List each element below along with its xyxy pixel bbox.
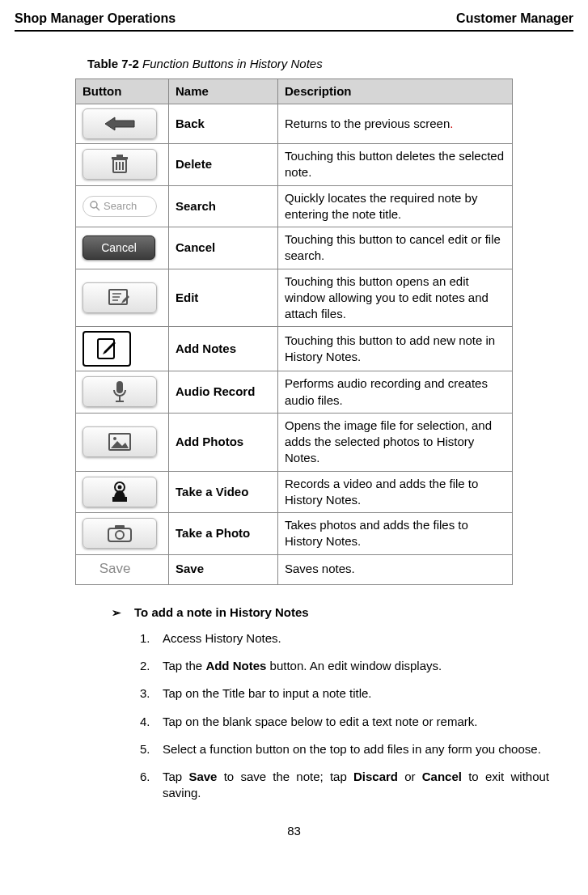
svg-point-17 — [113, 437, 116, 440]
table-row: Edit Touching this button opens an edit … — [76, 269, 513, 327]
header-rule — [15, 30, 573, 32]
audio-record-icon — [82, 376, 157, 407]
row-desc: Touching this button to add new note in … — [278, 327, 513, 371]
col-button: Button — [76, 78, 169, 104]
list-item: Tap the Add Notes button. An edit window… — [140, 658, 549, 674]
edit-icon — [82, 282, 157, 313]
row-desc: Opens the image file for selection, and … — [278, 413, 513, 471]
table-row: Add Photos Opens the image file for sele… — [76, 413, 513, 471]
table-row: Save Save Saves notes. — [76, 554, 513, 584]
table-caption: Table 7-2 Function Buttons in History No… — [87, 56, 573, 72]
table-row: Add Notes Touching this button to add ne… — [76, 327, 513, 371]
table-number: Table 7-2 — [87, 57, 139, 70]
row-desc: Touching this button to cancel edit or f… — [278, 227, 513, 269]
list-item: Access History Notes. — [140, 630, 549, 647]
svg-rect-13 — [116, 381, 123, 393]
row-desc: Records a video and adds the file to His… — [278, 471, 513, 513]
row-name: Cancel — [169, 227, 278, 269]
row-name: Take a Video — [169, 471, 278, 513]
add-notes-icon — [82, 331, 131, 367]
procedure-steps: Access History Notes. Tap the Add Notes … — [140, 630, 549, 802]
row-name: Take a Photo — [169, 513, 278, 555]
search-icon: Search — [82, 196, 157, 217]
svg-point-6 — [91, 201, 97, 208]
row-name: Delete — [169, 144, 278, 186]
table-row: Take a Photo Takes photos and adds the f… — [76, 513, 513, 555]
chevron-right-icon: ➢ — [112, 605, 123, 621]
row-desc: Saves notes. — [278, 554, 513, 584]
row-name: Search — [169, 185, 278, 227]
svg-rect-1 — [112, 157, 128, 159]
svg-point-23 — [116, 531, 124, 539]
page-header: Shop Manager Operations Customer Manager — [15, 10, 573, 30]
row-desc: Performs audio recording and creates aud… — [278, 371, 513, 414]
row-name: Save — [169, 554, 278, 584]
row-desc: Quickly locates the required note by ent… — [278, 185, 513, 227]
table-header-row: Button Name Description — [76, 78, 513, 104]
table-row: Search Search Quickly locates the requir… — [76, 185, 513, 227]
row-desc: Returns to the previous screen. — [278, 104, 513, 144]
function-buttons-table: Button Name Description Back Returns to … — [75, 78, 513, 585]
row-name: Add Photos — [169, 413, 278, 471]
row-desc: Takes photos and adds the files to Histo… — [278, 513, 513, 555]
back-icon — [82, 108, 157, 139]
row-desc: Touching this button opens an edit windo… — [278, 269, 513, 327]
svg-rect-20 — [112, 497, 127, 502]
delete-icon — [82, 149, 157, 180]
list-item: Tap on the Title bar to input a note tit… — [140, 685, 549, 702]
row-name: Edit — [169, 269, 278, 327]
take-video-icon — [82, 477, 157, 507]
svg-line-7 — [96, 207, 99, 210]
procedure-heading: ➢To add a note in History Notes — [112, 604, 573, 621]
take-photo-icon — [82, 518, 157, 549]
svg-point-19 — [118, 485, 122, 489]
list-item: Tap on the blank space below to edit a t… — [140, 714, 549, 730]
header-right: Customer Manager — [456, 10, 573, 28]
svg-rect-2 — [116, 155, 123, 157]
cancel-icon: Cancel — [82, 235, 155, 260]
table-row: Take a Video Records a video and adds th… — [76, 471, 513, 513]
page-number: 83 — [15, 823, 573, 839]
list-item: Tap Save to save the note; tap Discard o… — [140, 769, 549, 802]
table-row: Back Returns to the previous screen. — [76, 104, 513, 144]
save-icon: Save — [82, 559, 147, 580]
add-photos-icon — [82, 426, 157, 457]
table-row: Cancel Cancel Touching this button to ca… — [76, 227, 513, 269]
table-row: Audio Record Performs audio recording an… — [76, 371, 513, 414]
list-item: Select a function button on the top to a… — [140, 741, 549, 757]
header-left: Shop Manager Operations — [15, 10, 176, 28]
col-name: Name — [169, 78, 278, 104]
table-row: Delete Touching this button deletes the … — [76, 144, 513, 186]
row-name: Add Notes — [169, 327, 278, 371]
row-name: Audio Record — [169, 371, 278, 414]
col-desc: Description — [278, 78, 513, 104]
svg-rect-22 — [115, 525, 125, 529]
table-title: Function Buttons in History Notes — [142, 57, 323, 70]
row-desc: Touching this button deletes the selecte… — [278, 144, 513, 186]
svg-rect-12 — [98, 339, 114, 358]
row-name: Back — [169, 104, 278, 144]
